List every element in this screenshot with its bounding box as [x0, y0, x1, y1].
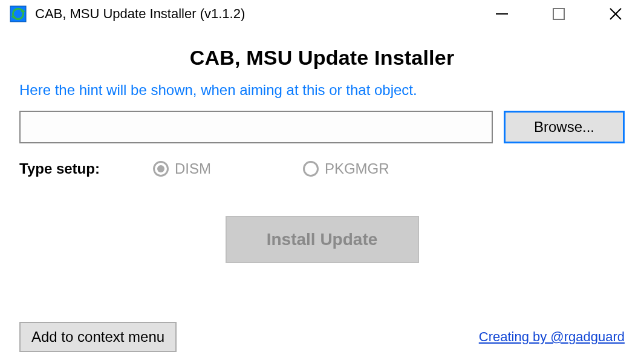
close-button[interactable]: [587, 0, 644, 28]
radio-dism[interactable]: DISM: [153, 160, 211, 177]
application-window: CAB, MSU Update Installer (v1.1.2) CAB, …: [0, 0, 644, 363]
page-title: CAB, MSU Update Installer: [19, 46, 625, 70]
titlebar: CAB, MSU Update Installer (v1.1.2): [0, 0, 644, 28]
credit-link[interactable]: Creating by @rgadguard: [479, 329, 625, 345]
window-title: CAB, MSU Update Installer (v1.1.2): [35, 6, 473, 22]
client-area: CAB, MSU Update Installer Here the hint …: [0, 28, 644, 363]
radio-icon: [153, 161, 169, 177]
type-setup-row: Type setup: DISM PKGMGR: [19, 160, 625, 177]
footer: Add to context menu Creating by @rgadgua…: [19, 322, 625, 352]
browse-button[interactable]: Browse...: [504, 111, 625, 143]
add-to-context-menu-button[interactable]: Add to context menu: [19, 322, 177, 352]
minimize-button[interactable]: [473, 0, 530, 28]
install-update-button[interactable]: Install Update: [226, 216, 419, 263]
radio-pkgmgr-label: PKGMGR: [325, 160, 389, 177]
file-path-input[interactable]: [19, 111, 493, 143]
radio-pkgmgr[interactable]: PKGMGR: [303, 160, 389, 177]
maximize-button[interactable]: [530, 0, 587, 28]
window-controls: [473, 0, 644, 28]
hint-text: Here the hint will be shown, when aiming…: [19, 82, 625, 99]
radio-icon: [303, 161, 319, 177]
radio-dism-label: DISM: [175, 160, 211, 177]
file-row: Browse...: [19, 111, 625, 143]
app-icon: [10, 5, 27, 22]
type-setup-label: Type setup:: [19, 160, 100, 177]
